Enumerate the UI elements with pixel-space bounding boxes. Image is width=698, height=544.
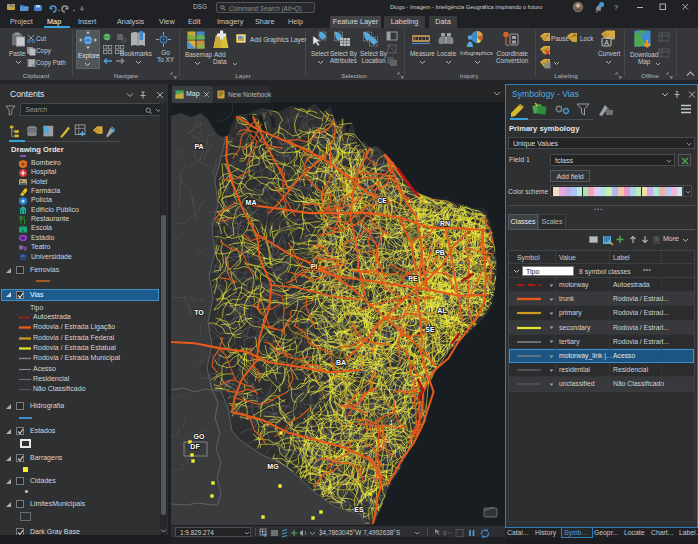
svg-text:RN: RN xyxy=(440,220,450,227)
svg-text:0: 0 xyxy=(443,530,447,536)
svg-text:DF: DF xyxy=(190,443,200,450)
svg-text:CE: CE xyxy=(377,197,387,204)
svg-text:PI: PI xyxy=(311,263,318,270)
svg-text:BA: BA xyxy=(336,359,346,366)
svg-text:SE: SE xyxy=(425,326,435,333)
svg-text:AL: AL xyxy=(437,307,447,314)
svg-text:A: A xyxy=(604,39,609,46)
svg-text:PA: PA xyxy=(194,143,203,150)
svg-text:?: ? xyxy=(614,3,619,12)
svg-text:TO: TO xyxy=(194,309,204,316)
svg-text:PE: PE xyxy=(408,275,418,282)
svg-text:ES: ES xyxy=(354,506,364,513)
svg-text:MG: MG xyxy=(267,463,279,470)
svg-text:MA: MA xyxy=(246,199,257,206)
svg-text:GO: GO xyxy=(194,433,205,440)
svg-text:PB: PB xyxy=(435,249,445,256)
